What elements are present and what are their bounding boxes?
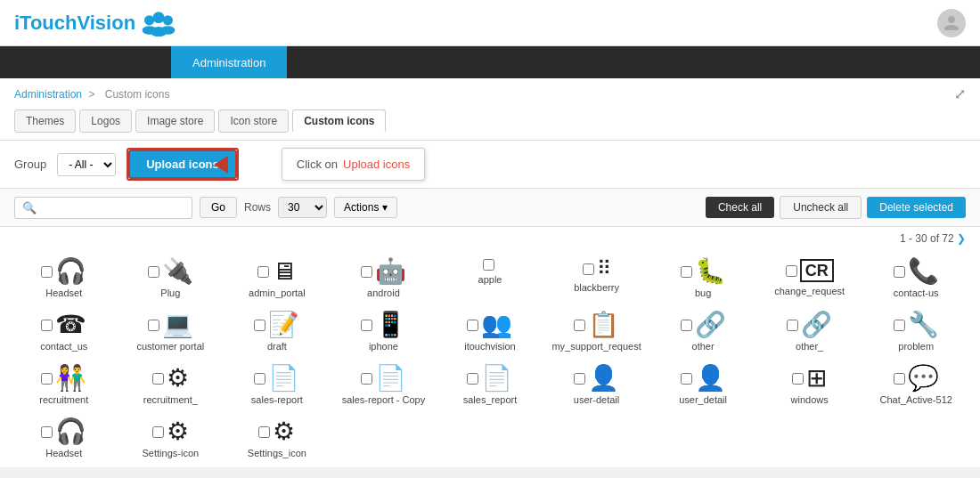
contact-us2-icon: ☎ [55,312,86,337]
group-select[interactable]: - All - [57,153,116,176]
list-item[interactable]: 💻 customer portal [121,312,221,352]
list-item[interactable]: ☎ contact_us [14,312,114,352]
icon-checkbox[interactable] [894,320,905,331]
nav-item-4[interactable] [128,46,171,78]
tab-themes[interactable]: Themes [14,109,76,133]
breadcrumb-admin[interactable]: Administration [14,88,82,101]
list-item[interactable]: ⚙ Settings-icon [121,419,221,458]
top-bar: iTouchVision [0,0,980,46]
list-item[interactable]: 📝 draft [227,312,327,352]
problem-icon: 🔧 [908,312,939,337]
nav-item-7[interactable] [330,46,372,78]
icon-checkbox[interactable] [257,266,269,278]
admin-portal-icon: 🖥 [272,259,297,284]
nav-item-1[interactable] [0,46,43,78]
icon-checkbox[interactable] [254,320,265,331]
icon-checkbox[interactable] [894,373,905,385]
search-input-wrap: 🔍 [14,197,192,219]
list-item[interactable]: 👥 itouchvision [440,312,540,352]
icon-checkbox[interactable] [583,263,594,275]
go-button[interactable]: Go [200,197,237,218]
list-item[interactable]: 🤖 android [334,259,434,298]
list-item[interactable]: ⠿ blackberry [547,259,647,298]
icon-checkbox[interactable] [574,320,585,331]
iphone-icon: 📱 [375,312,406,337]
pagination-next[interactable]: ❯ [957,232,966,245]
list-item[interactable]: 🎧 Headset [14,419,114,458]
icon-checkbox[interactable] [41,320,53,331]
icon-checkbox[interactable] [467,373,478,385]
icon-checkbox[interactable] [483,259,494,271]
list-item[interactable]: apple [440,259,540,298]
nav-item-6[interactable] [287,46,330,78]
list-item[interactable]: 👤 user-detail [547,366,647,405]
nav-item-2[interactable] [43,46,86,78]
list-item[interactable]: 💬 Chat_Active-512 [866,366,966,405]
icon-checkbox[interactable] [361,320,372,331]
list-item[interactable]: ⚙ recruitment_ [121,366,221,405]
list-item[interactable]: 📄 sales_report [440,366,540,405]
pagination: 1 - 30 of 72 ❯ [0,227,980,250]
list-item[interactable]: 📄 sales-report - Copy [334,366,434,405]
nav-item-3[interactable] [86,46,128,78]
breadcrumb-sep: > [88,88,97,101]
user-avatar[interactable] [937,9,966,37]
list-item[interactable]: 📞 contact-us [866,259,966,298]
icon-checkbox[interactable] [681,266,692,278]
rows-select[interactable]: 30 50 100 [278,197,327,218]
list-item[interactable]: 👫 recruitment [14,366,114,405]
nav-item-administration[interactable]: Administration [171,46,287,78]
list-item[interactable]: 🔗 other [653,312,753,352]
search-input[interactable] [40,201,183,214]
delete-selected-button[interactable]: Delete selected [867,197,966,218]
icon-checkbox[interactable] [148,266,159,278]
icon-checkbox[interactable] [792,373,804,385]
list-item[interactable]: 🐛 bug [653,259,753,298]
tab-image-store[interactable]: Image store [135,109,215,133]
sales-report-copy-icon: 📄 [375,366,406,391]
tab-icon-store[interactable]: Icon store [218,109,289,133]
icon-checkbox[interactable] [787,320,798,331]
icon-checkbox[interactable] [681,320,692,331]
icon-checkbox[interactable] [361,266,372,278]
icon-checkbox[interactable] [786,265,797,277]
list-item[interactable]: 📱 iphone [334,312,434,352]
icon-checkbox[interactable] [894,266,905,278]
check-all-button[interactable]: Check all [706,197,774,218]
icon-checkbox[interactable] [152,373,164,385]
icon-checkbox[interactable] [574,373,585,385]
list-item[interactable]: 📋 my_support_request [547,312,647,352]
list-item[interactable]: 🔗 other_ [760,312,860,352]
list-item[interactable]: 🎧 Headset [14,259,114,298]
list-item[interactable]: 👤 user_detail [653,366,753,405]
search-icon: 🔍 [22,201,37,215]
icon-checkbox[interactable] [41,373,53,385]
icon-checkbox[interactable] [148,320,159,331]
icon-checkbox[interactable] [258,426,270,438]
actions-button[interactable]: Actions ▾ [334,197,397,218]
icon-checkbox[interactable] [152,426,164,438]
expand-icon[interactable]: ⤢ [954,85,966,102]
icon-checkbox[interactable] [41,266,53,278]
plug-icon: 🔌 [162,259,193,284]
list-item[interactable]: 🖥 admin_portal [227,259,327,298]
svg-point-1 [153,12,165,23]
list-item[interactable]: ⚙ Settings_icon [227,419,327,458]
list-item[interactable]: ⊞ windows [760,366,860,405]
list-item[interactable]: 🔌 Plug [121,259,221,298]
list-item[interactable]: 📄 sales-report [227,366,327,405]
group-label: Group [14,158,46,171]
icon-checkbox[interactable] [361,373,372,385]
tooltip-container: Click on Upload icons [249,148,425,181]
icon-checkbox[interactable] [467,320,478,331]
icon-checkbox[interactable] [41,426,53,438]
breadcrumb-links: Administration > Custom icons [14,88,173,101]
uncheck-all-button[interactable]: Uncheck all [780,196,862,219]
list-item[interactable]: 🔧 problem [866,312,966,352]
icon-checkbox[interactable] [254,373,265,385]
tooltip-link[interactable]: Upload icons [343,158,410,171]
list-item[interactable]: CR change_request [760,259,860,298]
tab-logos[interactable]: Logos [79,109,132,133]
icon-checkbox[interactable] [681,373,692,385]
tab-custom-icons[interactable]: Custom icons [292,109,386,133]
